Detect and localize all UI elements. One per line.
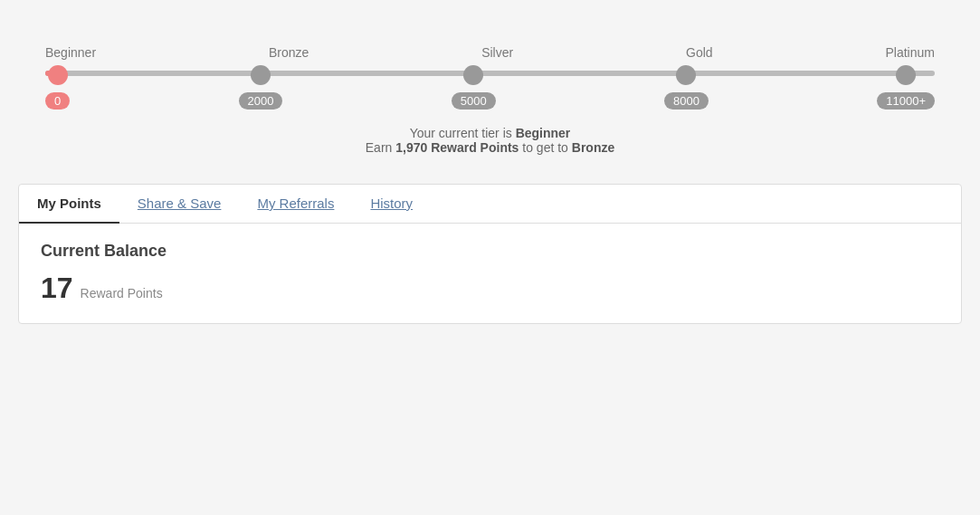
- tier-node-beginner: 0: [45, 65, 70, 110]
- balance-amount: 17: [41, 272, 73, 305]
- node-dot-bronze: [251, 65, 271, 85]
- node-badge-gold: 8000: [664, 92, 709, 110]
- tab-my-points[interactable]: My Points: [19, 185, 119, 224]
- current-tier-name: Beginner: [516, 126, 571, 140]
- page-wrapper: Beginner Bronze Silver Gold Platinum 0 2…: [0, 0, 980, 351]
- node-dot-silver: [463, 65, 483, 85]
- tier-node-platinum: 11000+: [877, 65, 935, 110]
- tier-label-bronze: Bronze: [269, 45, 309, 60]
- tab-my-referrals[interactable]: My Referrals: [239, 185, 352, 224]
- node-badge-silver: 5000: [452, 92, 496, 110]
- points-needed: 1,970 Reward Points: [395, 140, 519, 155]
- tier-label-platinum: Platinum: [886, 45, 935, 60]
- tab-share-save[interactable]: Share & Save: [119, 185, 240, 224]
- balance-title: Current Balance: [41, 242, 939, 261]
- next-tier-name: Bronze: [572, 140, 614, 155]
- tab-history[interactable]: History: [352, 185, 431, 224]
- tier-label-gold: Gold: [686, 45, 713, 60]
- tier-node-gold: 8000: [664, 65, 709, 110]
- tier-message-prefix: Your current tier is: [410, 126, 516, 140]
- tier-labels: Beginner Bronze Silver Gold Platinum: [45, 45, 935, 60]
- tier-node-silver: 5000: [452, 65, 496, 110]
- node-dot-gold: [676, 65, 696, 85]
- tier-node-bronze: 2000: [239, 65, 283, 110]
- node-badge-beginner: 0: [45, 92, 70, 110]
- node-badge-bronze: 2000: [239, 92, 283, 110]
- node-dot-platinum: [896, 65, 916, 85]
- tier-label-beginner: Beginner: [45, 45, 96, 60]
- tier-message: Your current tier is Beginner Earn 1,970…: [45, 126, 935, 155]
- balance-label: Reward Points: [81, 286, 163, 300]
- tier-nodes: 0 2000 5000 8000 11000+: [45, 65, 935, 110]
- tab-content-my-points: Current Balance 17 Reward Points: [19, 224, 961, 323]
- tabs-container: My Points Share & Save My Referrals Hist…: [18, 184, 962, 324]
- node-dot-beginner: [48, 65, 68, 85]
- tier-section: Beginner Bronze Silver Gold Platinum 0 2…: [18, 27, 962, 173]
- node-badge-platinum: 11000+: [877, 92, 935, 110]
- tier-label-silver: Silver: [481, 45, 513, 60]
- tier-message-earn: Earn: [366, 140, 395, 155]
- tabs-header: My Points Share & Save My Referrals Hist…: [19, 185, 961, 224]
- balance-row: 17 Reward Points: [41, 272, 939, 305]
- tier-message-middle: to get to: [519, 140, 571, 155]
